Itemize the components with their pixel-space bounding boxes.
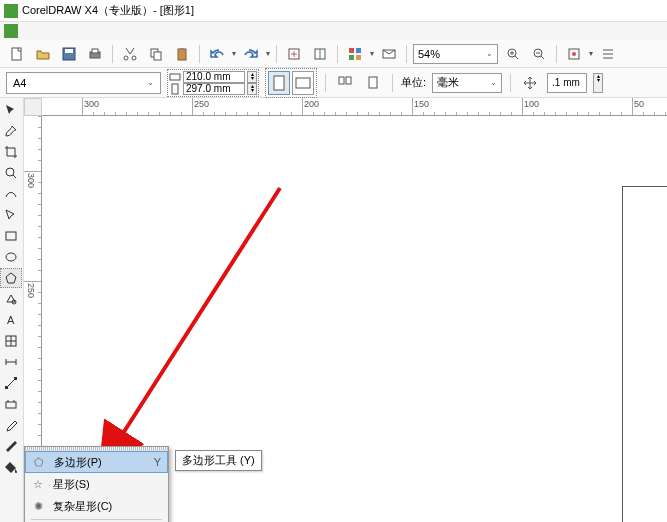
save-button[interactable] — [58, 43, 80, 65]
svg-rect-24 — [274, 76, 284, 90]
paste-button[interactable] — [171, 43, 193, 65]
svg-rect-27 — [346, 77, 351, 84]
svg-rect-9 — [178, 49, 186, 60]
shape-tool[interactable] — [0, 121, 22, 141]
polygon-flyout-menu: ⬠多边形(P)Y☆星形(S)✺复杂星形(C)▦图纸(G)D◎螺纹(S)A — [24, 446, 169, 522]
welcome-button[interactable] — [378, 43, 400, 65]
horizontal-ruler[interactable]: 30025020015010050 — [42, 98, 667, 116]
app-dropdown-icon[interactable]: ▾ — [370, 49, 374, 58]
paper-size-combo[interactable]: A4 ⌄ — [6, 72, 161, 94]
svg-rect-26 — [339, 77, 344, 84]
width-spinner[interactable]: ▴▾ — [247, 71, 257, 83]
copy-button[interactable] — [145, 43, 167, 65]
flyout-item-label: 星形(S) — [53, 477, 154, 492]
flyout-item[interactable]: ☆星形(S) — [25, 473, 168, 495]
zoom-tool[interactable] — [0, 163, 22, 183]
freehand-tool[interactable] — [0, 184, 22, 204]
chevron-down-icon: ⌄ — [490, 78, 497, 87]
print-button[interactable] — [84, 43, 106, 65]
units-label: 单位: — [401, 75, 426, 90]
zoom-out-button[interactable] — [528, 43, 550, 65]
portrait-button[interactable] — [268, 71, 290, 95]
flyout-item-label: 多边形(P) — [54, 455, 146, 470]
smart-fill-tool[interactable] — [0, 205, 22, 225]
polygon-tool[interactable] — [0, 268, 22, 288]
flyout-separator — [31, 519, 162, 520]
svg-point-5 — [124, 56, 128, 60]
svg-text:A: A — [7, 314, 15, 326]
outline-tool[interactable] — [0, 436, 22, 456]
dimension-tool[interactable] — [0, 352, 22, 372]
toolbox: A — [0, 98, 24, 522]
nudge-icon — [519, 72, 541, 94]
units-combo[interactable]: 毫米 ⌄ — [432, 73, 502, 93]
title-bar: CorelDRAW X4（专业版）- [图形1] — [0, 0, 667, 22]
current-page-button[interactable] — [362, 72, 384, 94]
svg-rect-4 — [92, 49, 98, 53]
connector-tool[interactable] — [0, 373, 22, 393]
document-icon — [4, 24, 18, 38]
ellipse-tool[interactable] — [0, 247, 22, 267]
svg-rect-0 — [12, 48, 21, 60]
basic-shapes-tool[interactable] — [0, 289, 22, 309]
svg-rect-13 — [349, 48, 354, 53]
svg-rect-25 — [296, 78, 310, 88]
page-height-input[interactable] — [183, 83, 245, 95]
text-tool[interactable]: A — [0, 310, 22, 330]
snap-button[interactable] — [563, 43, 585, 65]
pick-tool[interactable] — [0, 100, 22, 120]
svg-rect-22 — [170, 74, 180, 80]
svg-rect-15 — [349, 55, 354, 60]
svg-rect-35 — [5, 386, 8, 389]
fill-tool[interactable] — [0, 457, 22, 477]
ruler-origin[interactable] — [24, 98, 42, 116]
app-launcher-button[interactable] — [344, 43, 366, 65]
svg-rect-8 — [154, 52, 161, 60]
cut-button[interactable] — [119, 43, 141, 65]
rectangle-tool[interactable] — [0, 226, 22, 246]
table-tool[interactable] — [0, 331, 22, 351]
snap-dropdown-icon[interactable]: ▾ — [589, 49, 593, 58]
svg-rect-37 — [6, 402, 16, 408]
export-button[interactable] — [309, 43, 331, 65]
options-button[interactable] — [597, 43, 619, 65]
svg-point-6 — [132, 56, 136, 60]
svg-rect-28 — [369, 77, 377, 88]
separator — [276, 45, 277, 63]
svg-rect-14 — [356, 48, 361, 53]
separator — [556, 45, 557, 63]
document-bar — [0, 22, 667, 40]
nudge-input[interactable] — [547, 73, 587, 93]
height-spinner[interactable]: ▴▾ — [247, 83, 257, 95]
redo-button[interactable] — [240, 43, 262, 65]
eyedropper-tool[interactable] — [0, 415, 22, 435]
nudge-spinner[interactable]: ▴▾ — [593, 73, 603, 93]
flyout-item-shortcut: Y — [154, 456, 161, 468]
zoom-in-button[interactable] — [502, 43, 524, 65]
standard-toolbar: ▾ ▾ ▾ 54% ⌄ ▾ — [0, 40, 667, 68]
flyout-item[interactable]: ✺复杂星形(C) — [25, 495, 168, 517]
page-width-input[interactable] — [183, 71, 245, 83]
landscape-button[interactable] — [292, 71, 314, 95]
svg-rect-10 — [180, 48, 184, 50]
import-button[interactable] — [283, 43, 305, 65]
interactive-tool[interactable] — [0, 394, 22, 414]
flyout-item[interactable]: ⬠多边形(P)Y — [25, 451, 168, 473]
tooltip-text: 多边形工具 (Y) — [182, 454, 255, 466]
crop-tool[interactable] — [0, 142, 22, 162]
paper-size-value: A4 — [13, 77, 26, 89]
new-button[interactable] — [6, 43, 28, 65]
window-title: CorelDRAW X4（专业版）- [图形1] — [22, 3, 194, 18]
all-pages-button[interactable] — [334, 72, 356, 94]
zoom-combo[interactable]: 54% ⌄ — [413, 44, 498, 64]
redo-dropdown-icon[interactable]: ▾ — [266, 49, 270, 58]
separator — [199, 45, 200, 63]
undo-dropdown-icon[interactable]: ▾ — [232, 49, 236, 58]
property-bar: A4 ⌄ ▴▾ ▴▾ 单位: 毫米 ⌄ ▴▾ — [0, 68, 667, 98]
separator — [112, 45, 113, 63]
svg-rect-2 — [65, 49, 73, 53]
separator — [406, 45, 407, 63]
undo-button[interactable] — [206, 43, 228, 65]
open-button[interactable] — [32, 43, 54, 65]
separator — [325, 74, 326, 92]
